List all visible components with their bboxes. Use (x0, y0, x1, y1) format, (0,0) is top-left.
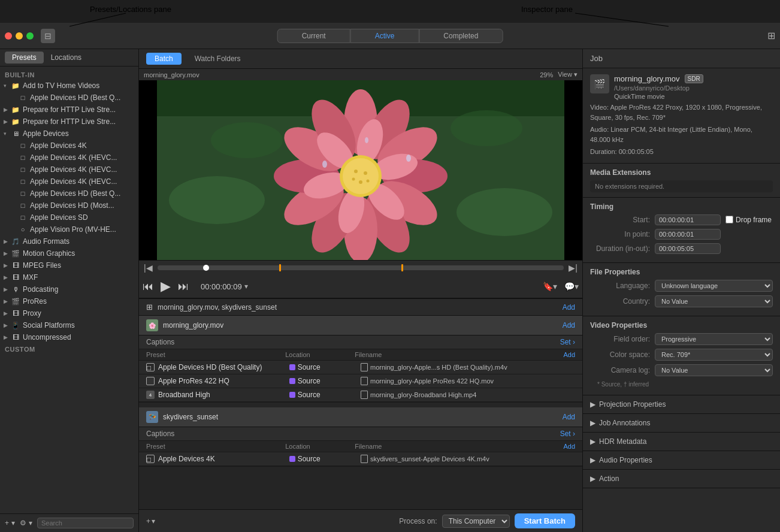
bookmark-icon[interactable]: 🔖▾ (543, 282, 557, 291)
color-space-select[interactable]: Rec. 709* (655, 349, 773, 361)
sidebar-item-label: Apple Devices SD (30, 213, 88, 222)
tab-completed[interactable]: Completed (419, 29, 503, 43)
job-annotations-header[interactable]: ▶ Job Annotations (583, 414, 780, 432)
maximize-button[interactable] (26, 32, 34, 40)
watch-folders-button[interactable]: Watch Folders (186, 53, 249, 65)
duration-input[interactable] (655, 243, 721, 254)
sidebar-item-label: MPEG Files (23, 261, 61, 270)
captions-set-button[interactable]: Set › (560, 338, 575, 346)
chevron-right-icon: ▶ (4, 250, 11, 256)
search-input[interactable] (37, 518, 134, 528)
filename-value: morning_glory-Apple...s HD (Best Quality… (370, 364, 507, 371)
language-row: Language: Unknown language (590, 280, 773, 292)
camera-log-select[interactable]: No Value (655, 364, 773, 376)
start-batch-button[interactable]: Start Batch (515, 513, 575, 528)
captions-set-button[interactable]: Set › (560, 430, 575, 438)
batch-button[interactable]: Batch (146, 53, 182, 65)
batch-add-button[interactable]: Add (563, 303, 575, 312)
sidebar-item-proxy[interactable]: ▶ 🎞 Proxy (0, 307, 138, 319)
field-order-select[interactable]: Progressive (655, 333, 773, 345)
job-add-button[interactable]: Add (563, 413, 575, 421)
sidebar-item-prepare-http2[interactable]: ▶ 📁 Prepare for HTTP Live Stre... (0, 116, 138, 128)
view-button[interactable]: View ▾ (558, 71, 578, 78)
sidebar-item-add-to-tv[interactable]: ▾ 📁 Add to TV Home Videos (0, 80, 138, 92)
comment-icon[interactable]: 💬▾ (564, 282, 579, 291)
play-button[interactable]: ▶ (161, 279, 171, 294)
sidebar-item-apple-devices-4k[interactable]: □ Apple Devices 4K (0, 140, 138, 152)
layout-icon[interactable]: ⊟ (41, 29, 55, 43)
builtin-section: BUILT-IN (0, 69, 138, 80)
sidebar-item-audio-formats[interactable]: ▶ 🎵 Audio Formats (0, 235, 138, 247)
in-point-input[interactable] (655, 229, 721, 240)
flower-image (139, 80, 582, 260)
sidebar-item-apple-vision-pro[interactable]: ○ Apple Vision Pro (MV-HE... (0, 223, 138, 235)
hdr-metadata-header[interactable]: ▶ HDR Metadata (583, 433, 780, 451)
settings-button[interactable]: ⚙ ▾ (20, 519, 32, 527)
center-toolbar: Batch Watch Folders (139, 49, 582, 69)
action-header[interactable]: ▶ Action (583, 470, 780, 488)
job-add-button[interactable]: Add (563, 321, 575, 330)
start-input[interactable] (655, 214, 721, 225)
sidebar-item-prepare-http1[interactable]: ▶ 📁 Prepare for HTTP Live Stre... (0, 104, 138, 116)
timecode-dropdown[interactable]: ▾ (244, 282, 248, 291)
add-job-button[interactable]: + ▾ (146, 517, 155, 525)
sidebar-item-uncompressed[interactable]: ▶ 🎞 Uncompressed (0, 331, 138, 343)
settings-icon[interactable]: ⊞ (767, 30, 775, 41)
plus-icon: + (146, 517, 150, 525)
sidebar-tree: BUILT-IN ▾ 📁 Add to TV Home Videos □ App… (0, 66, 138, 513)
go-to-end-button[interactable]: ⏭ (178, 280, 189, 293)
chevron-right-icon: ▶ (4, 238, 11, 244)
sidebar-item-apple-devices[interactable]: ▾ 🖥 Apple Devices (0, 128, 138, 140)
tab-current[interactable]: Current (277, 29, 350, 43)
drop-frame-checkbox[interactable] (725, 216, 733, 223)
sidebar-item-apple-devices-4k-hevc3[interactable]: □ Apple Devices 4K (HEVC... (0, 176, 138, 188)
chevron-right-icon: ▶ (4, 107, 11, 113)
sidebar-item-prores[interactable]: ▶ 🎬 ProRes (0, 295, 138, 307)
playback-controls: ⏮ ▶ ⏭ 00:00:00:09 ▾ 🔖▾ 💬▾ (139, 275, 582, 298)
scrubber-handle[interactable] (203, 265, 209, 271)
action-section: ▶ Action (583, 470, 780, 488)
sidebar-item-label: Prepare for HTTP Live Stre... (23, 117, 116, 126)
tab-active[interactable]: Active (350, 29, 419, 43)
out-point-marker[interactable] (401, 264, 403, 271)
sidebar-item-apple-devices-4k-hevc2[interactable]: □ Apple Devices 4K (HEVC... (0, 164, 138, 176)
mpeg-icon: 🎞 (11, 261, 20, 270)
sidebar-item-apple-devices-sd[interactable]: □ Apple Devices SD (0, 211, 138, 223)
process-select[interactable]: This Computer (442, 515, 510, 528)
in-point-marker[interactable] (279, 264, 281, 271)
custom-section: CUSTOM (0, 343, 138, 354)
country-select[interactable]: No Value (655, 295, 773, 307)
scrubber-track[interactable] (158, 265, 564, 270)
table-add-button[interactable]: Add (563, 351, 575, 358)
sidebar-item-apple-devices-hd-bestq2[interactable]: □ Apple Devices HD (Best Q... (0, 188, 138, 200)
scrubber-bar: |◀ ▶| (139, 260, 582, 275)
sidebar-item-social-platforms[interactable]: ▶ 📱 Social Platforms (0, 319, 138, 331)
go-to-start-button[interactable]: ⏮ (143, 280, 153, 293)
file-icon: 🎬 (590, 74, 609, 93)
language-select[interactable]: Unknown language (655, 280, 773, 292)
sidebar-item-motion-graphics[interactable]: ▶ 🎬 Motion Graphics (0, 247, 138, 259)
sidebar-item-apple-devices-hd-bestq[interactable]: □ Apple Devices HD (Best Q... (0, 92, 138, 104)
timecode-display: 00:00:00:09 (201, 282, 242, 291)
sidebar-item-podcasting[interactable]: ▶ 🎙 Podcasting (0, 283, 138, 295)
sidebar-item-apple-devices-4k-hevc1[interactable]: □ Apple Devices 4K (HEVC... (0, 152, 138, 164)
filename-value: morning_glory-Broadband High.mp4 (370, 391, 476, 398)
audio-properties-header[interactable]: ▶ Audio Properties (583, 451, 780, 469)
col-preset-header: Preset (146, 443, 285, 450)
location-name: Source (298, 391, 321, 399)
hdr-metadata-label: HDR Metadata (599, 437, 646, 446)
sidebar-item-mxf[interactable]: ▶ 🎞 MXF (0, 271, 138, 283)
presets-annotation: Presets/Locations pane (90, 5, 171, 14)
tab-locations[interactable]: Locations (44, 52, 89, 64)
tab-presets[interactable]: Presets (5, 52, 44, 64)
close-button[interactable] (5, 32, 12, 40)
table-row: □ Apple Devices 4K Source skydivers_suns… (139, 452, 582, 466)
add-button[interactable]: + ▾ (5, 519, 15, 527)
table-add-button[interactable]: Add (563, 443, 575, 450)
projection-properties-header[interactable]: ▶ Projection Properties (583, 395, 780, 413)
minimize-button[interactable] (16, 32, 23, 40)
sidebar-item-apple-devices-hd-most[interactable]: □ Apple Devices HD (Most... (0, 200, 138, 211)
table-row: Apple ProRes 422 HQ Source morning_glory… (139, 374, 582, 388)
sidebar-item-mpeg-files[interactable]: ▶ 🎞 MPEG Files (0, 259, 138, 271)
media-extensions-section: Media Extensions No extensions required. (583, 164, 780, 198)
